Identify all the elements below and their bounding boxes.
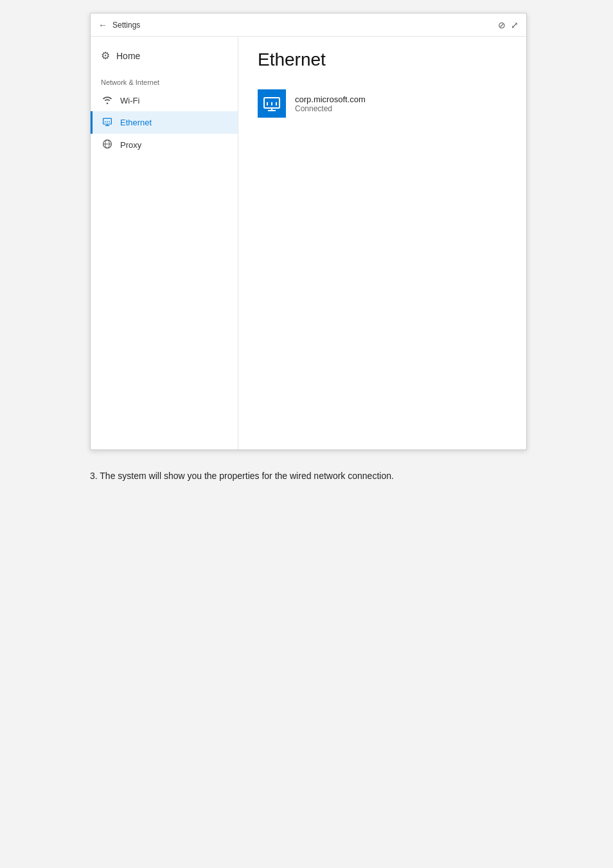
connection-card[interactable]: corp.microsoft.com Connected [258,83,507,124]
home-label: Home [116,51,140,61]
connection-info: corp.microsoft.com Connected [295,95,366,113]
connection-status: Connected [295,104,366,113]
title-bar-controls: ⊘ ⤢ [498,20,519,30]
sidebar-item-proxy[interactable]: Proxy [91,134,238,156]
title-bar-left: ← Settings [98,20,140,30]
settings-body: ⚙ Home Network & Internet Wi-Fi [91,37,526,449]
resize-button[interactable]: ⤢ [511,20,519,30]
wifi-icon [101,95,114,106]
home-icon: ⚙ [101,50,110,62]
ethernet-label: Ethernet [120,118,152,127]
settings-window: ← Settings ⊘ ⤢ ⚙ Home Network & Internet [90,13,527,450]
connection-name: corp.microsoft.com [295,95,366,104]
wifi-label: Wi-Fi [120,96,139,105]
back-button[interactable]: ← [98,20,107,30]
page-title: Ethernet [258,50,507,70]
main-content: Ethernet corp.microsoft.com [238,37,526,449]
sidebar-section-label: Network & Internet [91,68,238,90]
connection-icon-wrap [258,89,286,118]
sidebar-home[interactable]: ⚙ Home [91,43,238,68]
minimize-button[interactable]: ⊘ [498,20,506,30]
proxy-label: Proxy [120,140,141,150]
proxy-icon [101,139,114,151]
caption-text: 3. The system will show you the properti… [90,469,523,483]
page-wrapper: ← Settings ⊘ ⤢ ⚙ Home Network & Internet [0,0,613,496]
window-title: Settings [112,21,140,30]
sidebar: ⚙ Home Network & Internet Wi-Fi [91,37,238,449]
ethernet-icon [101,116,114,129]
title-bar: ← Settings ⊘ ⤢ [91,14,526,37]
sidebar-item-wifi[interactable]: Wi-Fi [91,90,238,111]
sidebar-item-ethernet[interactable]: Ethernet [91,111,238,134]
